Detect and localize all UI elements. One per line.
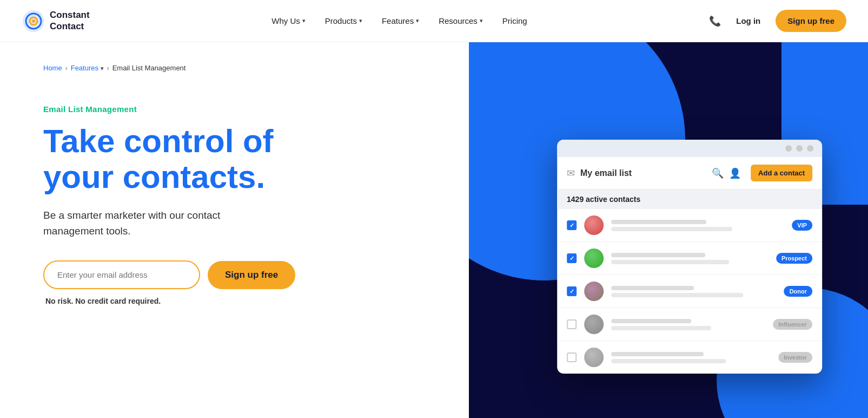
- contact-checkbox-1[interactable]: [567, 220, 577, 230]
- contact-email-line: [611, 227, 732, 231]
- brand-name: Constant Contact: [50, 10, 90, 32]
- contact-email-line: [611, 260, 729, 264]
- tag-investor: Investor: [778, 352, 812, 363]
- hero-illustration: ✉ My email list 🔍 👤 Add a contact 1429 a…: [469, 42, 868, 418]
- hero-content: Email List Management Take control of yo…: [43, 104, 357, 305]
- contact-name-line: [611, 319, 691, 323]
- avatar-5: [584, 348, 604, 367]
- breadcrumb-sep-2: ›: [107, 64, 109, 72]
- nav-item-products[interactable]: Products ▾: [317, 12, 370, 30]
- tag-vip: VIP: [792, 220, 812, 231]
- email-input[interactable]: [43, 260, 200, 289]
- logo-icon: [22, 9, 45, 33]
- nav-item-whyus[interactable]: Why Us ▾: [264, 12, 313, 30]
- contact-email-line: [611, 326, 712, 330]
- contact-lines-2: [611, 253, 768, 264]
- chevron-down-icon: ▾: [480, 17, 483, 24]
- svg-point-3: [32, 19, 35, 23]
- avatar-2: [584, 249, 604, 268]
- tag-influencer: Influencer: [773, 319, 812, 330]
- contact-row: Influencer: [557, 308, 822, 341]
- breadcrumb-sep-1: ›: [65, 64, 68, 72]
- no-risk-text: No risk. No credit card required.: [45, 297, 357, 305]
- phone-icon[interactable]: 📞: [709, 15, 721, 27]
- avatar-3: [584, 282, 604, 301]
- nav-item-pricing[interactable]: Pricing: [495, 12, 535, 30]
- avatar-4: [584, 315, 604, 334]
- chevron-down-icon: ▾: [302, 17, 306, 24]
- user-icon[interactable]: 👤: [729, 167, 741, 179]
- contact-checkbox-4[interactable]: [567, 319, 577, 329]
- contact-lines-5: [611, 352, 771, 363]
- nav-item-features[interactable]: Features ▾: [374, 12, 427, 30]
- tag-prospect: Prospect: [776, 253, 812, 264]
- contact-row: Investor: [557, 341, 822, 374]
- breadcrumb-current: Email List Management: [112, 64, 186, 72]
- card-topbar: [557, 140, 822, 157]
- contact-row: VIP: [557, 209, 822, 242]
- navbar: Constant Contact Why Us ▾ Products ▾ Fea…: [0, 0, 868, 42]
- hero-section: Home › Features ▾ › Email List Managemen…: [0, 42, 469, 418]
- contact-email-line: [611, 293, 743, 297]
- contact-email-line: [611, 359, 726, 363]
- search-icon[interactable]: 🔍: [712, 167, 724, 179]
- nav-item-resources[interactable]: Resources ▾: [431, 12, 491, 30]
- window-dot-2: [796, 145, 803, 152]
- contact-lines-3: [611, 286, 777, 297]
- contact-name-line: [611, 286, 694, 290]
- contact-checkbox-3[interactable]: [567, 286, 577, 296]
- signup-nav-button[interactable]: Sign up free: [776, 10, 846, 32]
- window-dot-3: [807, 145, 813, 152]
- navbar-actions: 📞 Log in Sign up free: [709, 10, 846, 32]
- active-contacts-count: 1429 active contacts: [557, 190, 822, 209]
- chevron-down-icon: ▾: [359, 17, 362, 24]
- breadcrumb-features[interactable]: Features ▾: [71, 64, 104, 72]
- window-dot-1: [785, 145, 792, 152]
- tag-donor: Donor: [784, 286, 812, 297]
- hero-title: Take control of your contacts.: [43, 123, 357, 195]
- avatar-1: [584, 215, 604, 235]
- add-contact-button[interactable]: Add a contact: [751, 165, 812, 181]
- contact-checkbox-5[interactable]: [567, 352, 577, 362]
- breadcrumb-home[interactable]: Home: [43, 64, 62, 72]
- contact-checkbox-2[interactable]: [567, 253, 577, 263]
- chevron-down-icon: ▾: [101, 65, 104, 71]
- list-title: My email list: [580, 168, 706, 178]
- contact-name-line: [611, 220, 706, 224]
- signup-main-button[interactable]: Sign up free: [208, 261, 295, 289]
- contact-row: Prospect: [557, 242, 822, 275]
- contact-name-line: [611, 253, 706, 257]
- cta-row: Sign up free: [43, 260, 357, 289]
- contact-lines-1: [611, 220, 784, 231]
- card-header: ✉ My email list 🔍 👤 Add a contact: [557, 157, 822, 190]
- contact-row: Donor: [557, 275, 822, 308]
- chevron-down-icon: ▾: [416, 17, 419, 24]
- hero-subtitle: Be a smarter marketer with our contact m…: [43, 208, 270, 239]
- logo[interactable]: Constant Contact: [22, 9, 90, 33]
- contact-name-line: [611, 352, 704, 356]
- contact-lines-4: [611, 319, 765, 330]
- app-mockup-card: ✉ My email list 🔍 👤 Add a contact 1429 a…: [557, 140, 822, 374]
- nav-menu: Why Us ▾ Products ▾ Features ▾ Resources…: [264, 12, 534, 30]
- envelope-icon: ✉: [567, 167, 575, 179]
- login-button[interactable]: Log in: [730, 12, 767, 30]
- main-container: Home › Features ▾ › Email List Managemen…: [0, 42, 868, 418]
- section-label: Email List Management: [43, 104, 357, 114]
- breadcrumb: Home › Features ▾ › Email List Managemen…: [43, 64, 436, 72]
